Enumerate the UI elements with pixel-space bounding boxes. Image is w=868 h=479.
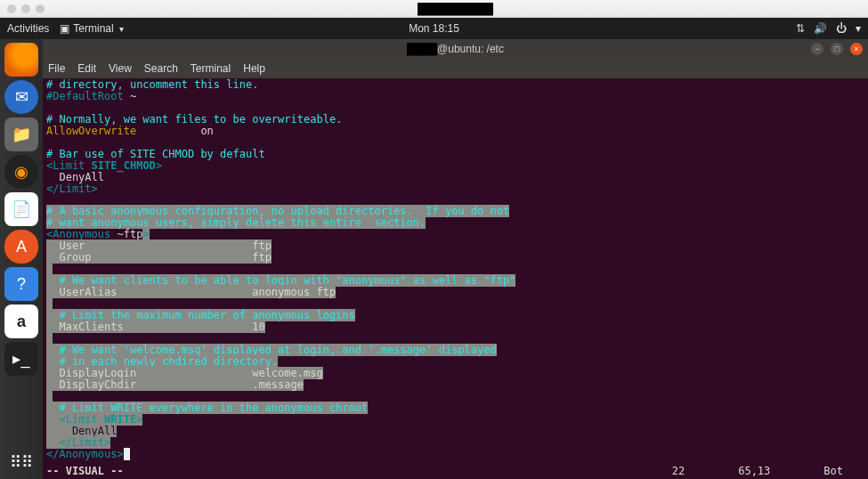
- editor-line: <Limit SITE_CHMOD>: [46, 160, 864, 172]
- editor-line: [46, 391, 864, 402]
- dock-rhythmbox[interactable]: ◉: [4, 155, 38, 189]
- dock: ✉ 📁 ◉ 📄 A ? a ▸_ ⠿⠿: [0, 39, 43, 479]
- maximize-button[interactable]: □: [831, 43, 843, 55]
- gnome-top-panel: Activities ▣ Terminal Mon 18:15 ⇅ 🔊 ⏻ ▾: [0, 18, 868, 39]
- dock-thunderbird[interactable]: ✉: [4, 80, 38, 114]
- editor-line: #DefaultRoot ~: [46, 91, 864, 102]
- editor-line: # directory, uncomment this line.: [46, 79, 864, 91]
- volume-icon[interactable]: 🔊: [814, 22, 827, 35]
- menu-terminal[interactable]: Terminal: [191, 62, 231, 75]
- title-path: @ubuntu: /etc: [437, 43, 504, 55]
- editor-line: </Limit>: [46, 437, 864, 449]
- menu-help[interactable]: Help: [243, 62, 265, 75]
- mac-address: ██████████: [418, 3, 493, 15]
- editor-line: # want anonymous users, simply delete th…: [46, 217, 864, 229]
- dock-files[interactable]: 📁: [4, 118, 38, 151]
- status-line: -- VISUAL -- 22 65,13 Bot: [43, 466, 868, 479]
- dock-firefox[interactable]: [4, 43, 38, 77]
- app-menu[interactable]: ▣ Terminal: [60, 22, 123, 35]
- editor-line: </Limit>: [46, 183, 864, 195]
- menu-view[interactable]: View: [109, 62, 132, 75]
- menubar: File Edit View Search Terminal Help: [43, 59, 868, 78]
- network-icon[interactable]: ⇅: [796, 22, 805, 35]
- minimize-button[interactable]: −: [811, 43, 823, 55]
- vim-mode: -- VISUAL --: [46, 466, 124, 477]
- editor-line: DenyAll: [46, 172, 864, 183]
- traffic-light-close[interactable]: [7, 4, 16, 13]
- editor-line: DisplayChdir .message: [46, 379, 864, 391]
- editor-line: <Limit WRITE>: [46, 414, 864, 426]
- editor-line: [46, 333, 864, 345]
- close-button[interactable]: ×: [850, 43, 863, 55]
- dock-help[interactable]: ?: [4, 267, 38, 301]
- power-icon[interactable]: ⏻: [836, 22, 847, 35]
- dock-writer[interactable]: 📄: [4, 192, 38, 226]
- editor-line: MaxClients 10: [46, 321, 864, 333]
- menu-edit[interactable]: Edit: [77, 62, 96, 75]
- editor-line: # Limit WRITE everywhere in the anonymou…: [46, 402, 864, 414]
- traffic-light-max[interactable]: [36, 4, 45, 13]
- editor-line: Group ftp: [46, 252, 864, 264]
- chevron-down-icon[interactable]: ▾: [856, 22, 861, 35]
- terminal-icon: ▣: [60, 22, 69, 35]
- menu-search[interactable]: Search: [144, 62, 178, 75]
- dock-terminal[interactable]: ▸_: [4, 342, 38, 376]
- menu-file[interactable]: File: [48, 62, 65, 75]
- terminal-window: ████ @ubuntu: /etc − □ × File Edit View …: [43, 39, 868, 479]
- editor-area[interactable]: # directory, uncomment this line.#Defaul…: [43, 78, 868, 479]
- editor-line: UserAlias anonymous ftp: [46, 287, 864, 298]
- traffic-light-min[interactable]: [21, 4, 30, 13]
- editor-line: </Anonymous>: [46, 449, 864, 460]
- title-user: ████: [407, 43, 437, 55]
- editor-line: DenyAll: [46, 426, 864, 437]
- dock-software[interactable]: A: [4, 230, 38, 264]
- editor-line: AllowOverwrite on: [46, 126, 864, 137]
- editor-line: # We want 'welcome.msg' displayed at log…: [46, 345, 864, 356]
- status-scroll: Bot: [823, 466, 843, 477]
- window-titlebar[interactable]: ████ @ubuntu: /etc − □ ×: [43, 39, 868, 59]
- dock-amazon[interactable]: a: [4, 304, 38, 338]
- activities-button[interactable]: Activities: [7, 22, 49, 35]
- status-pos: 65,13: [738, 466, 770, 477]
- clock[interactable]: Mon 18:15: [409, 22, 459, 35]
- mac-titlebar: ██████████: [0, 0, 868, 18]
- editor-line: # Bar use of SITE CHMOD by default: [46, 149, 864, 160]
- dock-show-apps[interactable]: ⠿⠿: [4, 445, 38, 479]
- status-lines: 22: [672, 466, 685, 477]
